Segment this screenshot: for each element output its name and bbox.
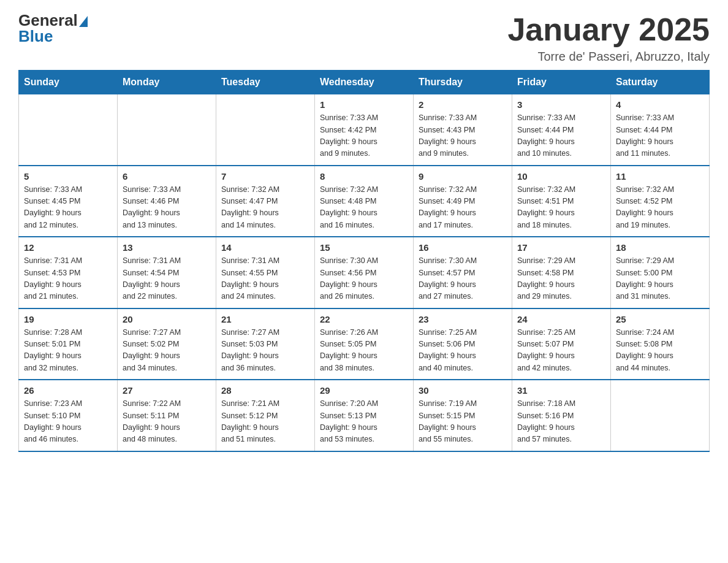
day-number: 26 [24,385,112,396]
calendar-cell: 27Sunrise: 7:22 AM Sunset: 5:11 PM Dayli… [118,380,216,451]
day-number: 25 [616,314,704,324]
day-number: 14 [221,242,309,253]
day-number: 29 [320,385,408,396]
day-info: Sunrise: 7:32 AM Sunset: 4:51 PM Dayligh… [517,184,605,232]
day-info: Sunrise: 7:21 AM Sunset: 5:12 PM Dayligh… [221,398,309,446]
day-info: Sunrise: 7:20 AM Sunset: 5:13 PM Dayligh… [320,398,408,446]
day-info: Sunrise: 7:32 AM Sunset: 4:47 PM Dayligh… [221,184,309,232]
calendar-header-row: SundayMondayTuesdayWednesdayThursdayFrid… [19,71,710,94]
day-number: 12 [24,242,112,253]
day-number: 24 [517,314,605,324]
day-number: 16 [419,242,507,253]
day-info: Sunrise: 7:33 AM Sunset: 4:45 PM Dayligh… [24,184,112,232]
day-number: 7 [221,171,309,182]
day-info: Sunrise: 7:33 AM Sunset: 4:43 PM Dayligh… [419,112,507,160]
calendar-cell: 13Sunrise: 7:31 AM Sunset: 4:54 PM Dayli… [118,237,216,308]
day-number: 20 [123,314,211,324]
calendar-cell: 1Sunrise: 7:33 AM Sunset: 4:42 PM Daylig… [315,94,414,166]
calendar-cell [216,94,315,166]
calendar-week-row: 26Sunrise: 7:23 AM Sunset: 5:10 PM Dayli… [19,380,710,451]
calendar-week-row: 19Sunrise: 7:28 AM Sunset: 5:01 PM Dayli… [19,308,710,380]
calendar-week-row: 12Sunrise: 7:31 AM Sunset: 4:53 PM Dayli… [19,237,710,308]
day-info: Sunrise: 7:30 AM Sunset: 4:57 PM Dayligh… [419,255,507,303]
day-number: 23 [419,314,507,324]
day-info: Sunrise: 7:22 AM Sunset: 5:11 PM Dayligh… [123,398,211,446]
day-number: 8 [320,171,408,182]
day-info: Sunrise: 7:23 AM Sunset: 5:10 PM Dayligh… [24,398,112,446]
day-info: Sunrise: 7:29 AM Sunset: 4:58 PM Dayligh… [517,255,605,303]
day-info: Sunrise: 7:33 AM Sunset: 4:44 PM Dayligh… [517,112,605,160]
calendar-cell: 3Sunrise: 7:33 AM Sunset: 4:44 PM Daylig… [512,94,611,166]
day-number: 4 [616,99,704,110]
day-info: Sunrise: 7:27 AM Sunset: 5:03 PM Dayligh… [221,327,309,375]
calendar-cell [19,94,118,166]
day-info: Sunrise: 7:31 AM Sunset: 4:55 PM Dayligh… [221,255,309,303]
calendar-cell: 20Sunrise: 7:27 AM Sunset: 5:02 PM Dayli… [118,308,216,380]
logo-blue-text: Blue [18,27,53,45]
calendar-cell: 24Sunrise: 7:25 AM Sunset: 5:07 PM Dayli… [512,308,611,380]
calendar-title: January 2025 [507,12,710,47]
day-info: Sunrise: 7:31 AM Sunset: 4:54 PM Dayligh… [123,255,211,303]
logo-icon: General Blue [18,12,88,44]
calendar-cell: 5Sunrise: 7:33 AM Sunset: 4:45 PM Daylig… [19,166,118,237]
day-of-week-header: Sunday [19,71,118,94]
calendar-cell: 15Sunrise: 7:30 AM Sunset: 4:56 PM Dayli… [315,237,414,308]
calendar-cell: 23Sunrise: 7:25 AM Sunset: 5:06 PM Dayli… [414,308,512,380]
day-number: 15 [320,242,408,253]
calendar-table: SundayMondayTuesdayWednesdayThursdayFrid… [18,70,710,452]
day-number: 21 [221,314,309,324]
day-info: Sunrise: 7:29 AM Sunset: 5:00 PM Dayligh… [616,255,704,303]
calendar-cell: 8Sunrise: 7:32 AM Sunset: 4:48 PM Daylig… [315,166,414,237]
day-info: Sunrise: 7:27 AM Sunset: 5:02 PM Dayligh… [123,327,211,375]
page-header: General Blue January 2025 Torre de' Pass… [18,12,710,64]
day-number: 9 [419,171,507,182]
day-info: Sunrise: 7:28 AM Sunset: 5:01 PM Dayligh… [24,327,112,375]
title-section: January 2025 Torre de' Passeri, Abruzzo,… [507,12,710,64]
day-info: Sunrise: 7:32 AM Sunset: 4:49 PM Dayligh… [419,184,507,232]
day-info: Sunrise: 7:33 AM Sunset: 4:44 PM Dayligh… [616,112,704,160]
day-number: 5 [24,171,112,182]
day-info: Sunrise: 7:19 AM Sunset: 5:15 PM Dayligh… [419,398,507,446]
day-number: 17 [517,242,605,253]
calendar-cell: 29Sunrise: 7:20 AM Sunset: 5:13 PM Dayli… [315,380,414,451]
calendar-week-row: 1Sunrise: 7:33 AM Sunset: 4:42 PM Daylig… [19,94,710,166]
day-of-week-header: Tuesday [216,71,315,94]
calendar-cell: 6Sunrise: 7:33 AM Sunset: 4:46 PM Daylig… [118,166,216,237]
day-info: Sunrise: 7:32 AM Sunset: 4:48 PM Dayligh… [320,184,408,232]
day-number: 6 [123,171,211,182]
day-info: Sunrise: 7:33 AM Sunset: 4:46 PM Dayligh… [123,184,211,232]
logo-general-text: General [18,12,78,28]
calendar-cell: 14Sunrise: 7:31 AM Sunset: 4:55 PM Dayli… [216,237,315,308]
day-number: 2 [419,99,507,110]
calendar-cell: 30Sunrise: 7:19 AM Sunset: 5:15 PM Dayli… [414,380,512,451]
day-info: Sunrise: 7:24 AM Sunset: 5:08 PM Dayligh… [616,327,704,375]
calendar-cell: 10Sunrise: 7:32 AM Sunset: 4:51 PM Dayli… [512,166,611,237]
day-number: 19 [24,314,112,324]
day-info: Sunrise: 7:32 AM Sunset: 4:52 PM Dayligh… [616,184,704,232]
calendar-cell: 9Sunrise: 7:32 AM Sunset: 4:49 PM Daylig… [414,166,512,237]
calendar-cell [118,94,216,166]
calendar-cell: 17Sunrise: 7:29 AM Sunset: 4:58 PM Dayli… [512,237,611,308]
calendar-cell [611,380,710,451]
day-info: Sunrise: 7:25 AM Sunset: 5:06 PM Dayligh… [419,327,507,375]
calendar-cell: 12Sunrise: 7:31 AM Sunset: 4:53 PM Dayli… [19,237,118,308]
day-of-week-header: Thursday [414,71,512,94]
day-info: Sunrise: 7:26 AM Sunset: 5:05 PM Dayligh… [320,327,408,375]
day-number: 31 [517,385,605,396]
day-number: 18 [616,242,704,253]
calendar-cell: 18Sunrise: 7:29 AM Sunset: 5:00 PM Dayli… [611,237,710,308]
day-number: 30 [419,385,507,396]
day-of-week-header: Saturday [611,71,710,94]
day-number: 13 [123,242,211,253]
calendar-cell: 4Sunrise: 7:33 AM Sunset: 4:44 PM Daylig… [611,94,710,166]
day-info: Sunrise: 7:18 AM Sunset: 5:16 PM Dayligh… [517,398,605,446]
calendar-cell: 28Sunrise: 7:21 AM Sunset: 5:12 PM Dayli… [216,380,315,451]
day-info: Sunrise: 7:33 AM Sunset: 4:42 PM Dayligh… [320,112,408,160]
day-number: 28 [221,385,309,396]
calendar-cell: 31Sunrise: 7:18 AM Sunset: 5:16 PM Dayli… [512,380,611,451]
day-info: Sunrise: 7:25 AM Sunset: 5:07 PM Dayligh… [517,327,605,375]
calendar-cell: 16Sunrise: 7:30 AM Sunset: 4:57 PM Dayli… [414,237,512,308]
logo-triangle-icon [79,16,88,27]
day-number: 22 [320,314,408,324]
logo: General Blue [18,12,88,44]
